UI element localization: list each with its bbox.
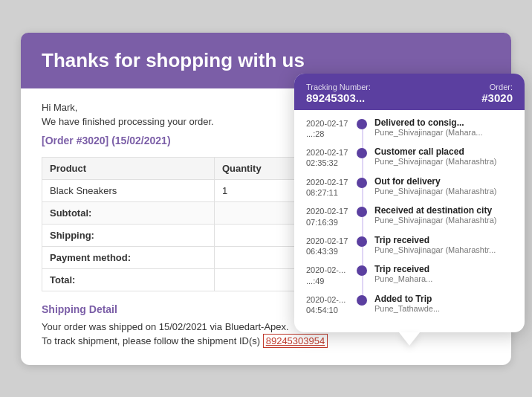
tl-time: 2020-02-...04:54:10 bbox=[306, 294, 357, 316]
tl-title: Trip received bbox=[374, 235, 496, 245]
popup-tracking-section: Tracking Number: 89245303... bbox=[306, 83, 371, 104]
tl-time: 2020-02-17...:28 bbox=[306, 117, 357, 140]
timeline-item: 2020-02-......:49 Trip received Pune_Mah… bbox=[306, 264, 513, 286]
tl-title: Out for delivery bbox=[374, 176, 496, 187]
tl-content: Trip received Pune_Mahara... bbox=[374, 264, 432, 283]
timeline-item: 2020-02-1702:35:32 Customer call placed … bbox=[306, 146, 513, 169]
popup-header: Tracking Number: 89245303... Order: #302… bbox=[294, 74, 525, 110]
shipping-label: Shipping: bbox=[42, 224, 215, 246]
total-label: Total: bbox=[42, 268, 215, 291]
tracking-link[interactable]: 89245303954 bbox=[263, 334, 328, 348]
tl-content: Added to Trip Pune_Tathawde... bbox=[374, 294, 440, 313]
tracking-popup: Tracking Number: 89245303... Order: #302… bbox=[294, 74, 525, 332]
popup-order-section: Order: #3020 bbox=[481, 83, 513, 104]
tl-location: Pune_Shivajinagar (Maharashtr... bbox=[374, 245, 496, 254]
tl-content: Delivered to consig... Pune_Shivajinagar… bbox=[374, 117, 483, 137]
tl-title: Trip received bbox=[374, 264, 432, 274]
payment-label: Payment method: bbox=[42, 246, 215, 268]
tl-title: Delivered to consig... bbox=[374, 117, 483, 128]
tl-dot bbox=[357, 236, 367, 247]
tl-content: Out for delivery Pune_Shivajinagar (Maha… bbox=[374, 176, 496, 196]
popup-tracking-number: 89245303... bbox=[306, 91, 371, 104]
tl-location: Pune_Shivajinagar (Maharashtra) bbox=[374, 216, 496, 225]
tl-content: Received at destination city Pune_Shivaj… bbox=[374, 205, 496, 225]
tl-title: Added to Trip bbox=[374, 294, 440, 304]
timeline-item: 2020-02-1706:43:39 Trip received Pune_Sh… bbox=[306, 235, 513, 257]
tl-dot bbox=[357, 295, 367, 306]
timeline-item: 2020-02-17...:28 Delivered to consig... … bbox=[306, 117, 513, 140]
tl-location: Pune_Shivajinagar (Mahara... bbox=[374, 128, 483, 137]
subtotal-label: Subtotal: bbox=[42, 201, 215, 224]
tracking-timeline: 2020-02-17...:28 Delivered to consig... … bbox=[294, 110, 525, 316]
header-title: Thanks for shopping with us bbox=[42, 49, 490, 72]
tl-dot bbox=[357, 119, 367, 129]
tl-location: Pune_Mahara... bbox=[374, 274, 432, 283]
tl-content: Trip received Pune_Shivajinagar (Maharas… bbox=[374, 235, 496, 254]
popup-order-number: #3020 bbox=[481, 91, 513, 104]
tl-time: 2020-02-1708:27:11 bbox=[306, 176, 357, 198]
tl-content: Customer call placed Pune_Shivajinagar (… bbox=[374, 146, 496, 166]
popup-order-label: Order: bbox=[481, 83, 513, 91]
timeline-item: 2020-02-1707:16:39 Received at destinati… bbox=[306, 205, 513, 227]
tracking-text: To track shipment, please follow the shi… bbox=[42, 334, 490, 349]
tl-dot bbox=[357, 207, 367, 217]
tl-location: Pune_Tathawde... bbox=[374, 304, 440, 313]
product-name: Black Sneakers bbox=[42, 179, 215, 201]
timeline-item: 2020-02-1708:27:11 Out for delivery Pune… bbox=[306, 176, 513, 198]
col-product: Product bbox=[42, 157, 215, 179]
tl-time: 2020-02-......:49 bbox=[306, 264, 357, 286]
tl-time: 2020-02-1707:16:39 bbox=[306, 205, 357, 227]
timeline-item: 2020-02-...04:54:10 Added to Trip Pune_T… bbox=[306, 294, 513, 316]
tl-time: 2020-02-1702:35:32 bbox=[306, 146, 357, 169]
tl-time: 2020-02-1706:43:39 bbox=[306, 235, 357, 257]
tl-dot bbox=[357, 148, 367, 158]
tl-location: Pune_Shivajinagar (Maharashtra) bbox=[374, 157, 496, 166]
tl-title: Customer call placed bbox=[374, 146, 496, 157]
tl-dot bbox=[357, 265, 367, 276]
email-card: Thanks for shopping with us Hi Mark, We … bbox=[21, 33, 511, 365]
tl-title: Received at destination city bbox=[374, 205, 496, 216]
popup-tracking-label: Tracking Number: bbox=[306, 83, 371, 91]
tl-location: Pune_Shivajinagar (Maharashtra) bbox=[374, 187, 496, 196]
tl-dot bbox=[357, 178, 367, 188]
